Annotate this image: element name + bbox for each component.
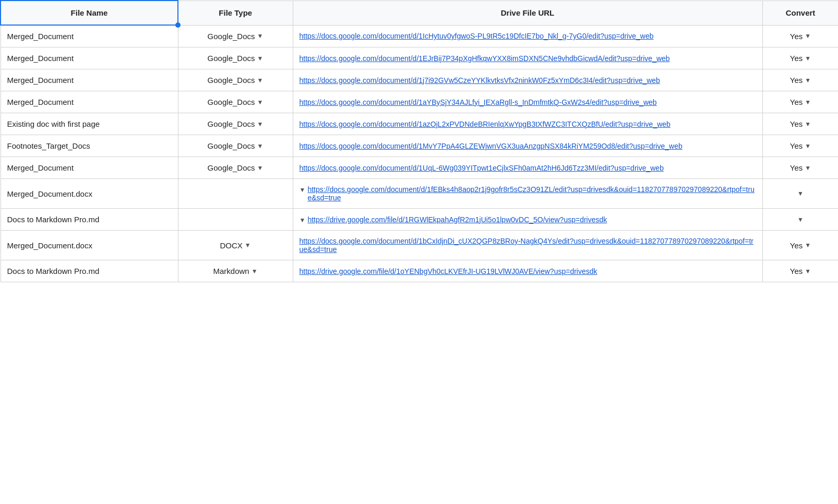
convert-value: Yes <box>790 98 803 106</box>
cell-filetype: Google_Docs▼ <box>178 157 293 179</box>
convert-dropdown-arrow[interactable]: ▼ <box>805 55 811 62</box>
cell-filetype: DOCX▼ <box>178 231 293 260</box>
table-row: Docs to Markdown Pro.md▼https://drive.go… <box>1 209 838 231</box>
table-row: Merged_DocumentGoogle_Docs▼https://docs.… <box>1 157 838 179</box>
convert-dropdown-arrow[interactable]: ▼ <box>805 99 811 106</box>
filetype-dropdown-arrow[interactable]: ▼ <box>257 142 264 150</box>
convert-value: Yes <box>790 163 803 172</box>
cell-url: https://docs.google.com/document/d/1azOj… <box>293 113 762 135</box>
cell-filetype: Google_Docs▼ <box>178 91 293 113</box>
drive-file-url-link[interactable]: https://docs.google.com/document/d/1EJrB… <box>300 54 670 63</box>
url-chevron-icon: ▼ <box>300 186 306 194</box>
convert-value: Yes <box>790 76 803 85</box>
convert-dropdown-arrow[interactable]: ▼ <box>805 32 811 40</box>
table-row: Footnotes_Target_DocsGoogle_Docs▼https:/… <box>1 135 838 157</box>
table-wrapper: File Name File Type Drive File URL Conve… <box>0 0 838 282</box>
convert-dropdown-arrow-empty[interactable]: ▼ <box>797 190 804 197</box>
cell-url: https://docs.google.com/document/d/1UqL-… <box>293 157 762 179</box>
convert-value: Yes <box>790 54 803 63</box>
cell-url: https://docs.google.com/document/d/1MvY7… <box>293 135 762 157</box>
cell-filetype <box>178 179 293 209</box>
cell-convert: Yes▼ <box>762 260 838 282</box>
filetype-dropdown-arrow[interactable]: ▼ <box>252 268 258 275</box>
main-table: File Name File Type Drive File URL Conve… <box>0 0 838 282</box>
filetype-dropdown-arrow[interactable]: ▼ <box>257 99 264 106</box>
filetype-text: Google_Docs <box>208 32 255 41</box>
cell-url: https://docs.google.com/document/d/1EJrB… <box>293 47 762 69</box>
convert-dropdown-arrow[interactable]: ▼ <box>805 242 811 249</box>
cell-filetype: Markdown▼ <box>178 260 293 282</box>
table-row: Merged_Document.docx▼https://docs.google… <box>1 179 838 209</box>
cell-filetype: Google_Docs▼ <box>178 25 293 47</box>
cell-filename: Docs to Markdown Pro.md <box>1 260 178 282</box>
cell-convert: Yes▼ <box>762 231 838 260</box>
cell-url: https://docs.google.com/document/d/1aYBy… <box>293 91 762 113</box>
convert-dropdown-arrow[interactable]: ▼ <box>805 121 811 128</box>
cell-convert: Yes▼ <box>762 113 838 135</box>
cell-filetype: Google_Docs▼ <box>178 113 293 135</box>
cell-filename: Merged_Document <box>1 91 178 113</box>
convert-dropdown-arrow[interactable]: ▼ <box>805 142 811 150</box>
drive-file-url-link[interactable]: https://docs.google.com/document/d/1j7i9… <box>300 76 660 85</box>
convert-dropdown-arrow[interactable]: ▼ <box>805 268 811 275</box>
cell-filename: Merged_Document <box>1 69 178 91</box>
drive-file-url-link[interactable]: https://docs.google.com/document/d/1UqL-… <box>300 164 664 172</box>
header-url: Drive File URL <box>293 1 762 25</box>
cell-filename: Merged_Document <box>1 25 178 47</box>
cell-filename: Existing doc with first page <box>1 113 178 135</box>
filetype-dropdown-arrow[interactable]: ▼ <box>257 55 264 62</box>
cell-filetype: Google_Docs▼ <box>178 69 293 91</box>
convert-value: Yes <box>790 141 803 150</box>
drive-file-url-link[interactable]: https://docs.google.com/document/d/1bCxI… <box>300 237 756 254</box>
cell-filename: Merged_Document.docx <box>1 179 178 209</box>
filetype-text: Google_Docs <box>208 76 255 85</box>
drive-file-url-link[interactable]: https://docs.google.com/document/d/1IcHy… <box>300 32 654 40</box>
cell-convert: Yes▼ <box>762 91 838 113</box>
drive-file-url-link[interactable]: https://docs.google.com/document/d/1azOj… <box>300 120 671 128</box>
cell-filename: Merged_Document <box>1 157 178 179</box>
cell-filename: Merged_Document.docx <box>1 231 178 260</box>
convert-value: Yes <box>790 119 803 128</box>
filetype-text: Google_Docs <box>208 119 255 128</box>
convert-value: Yes <box>790 32 803 41</box>
table-row: Merged_DocumentGoogle_Docs▼https://docs.… <box>1 69 838 91</box>
table-row: Merged_Document.docxDOCX▼https://docs.go… <box>1 231 838 260</box>
cell-filename: Docs to Markdown Pro.md <box>1 209 178 231</box>
convert-dropdown-arrow-empty[interactable]: ▼ <box>797 216 804 223</box>
url-chevron-icon: ▼ <box>300 217 306 224</box>
cell-url: https://drive.google.com/file/d/1oYENbgV… <box>293 260 762 282</box>
filetype-dropdown-arrow[interactable]: ▼ <box>257 121 264 128</box>
table-row: Docs to Markdown Pro.mdMarkdown▼https://… <box>1 260 838 282</box>
header-filetype: File Type <box>178 1 293 25</box>
cell-url: https://docs.google.com/document/d/1bCxI… <box>293 231 762 260</box>
filetype-dropdown-arrow[interactable]: ▼ <box>257 164 264 172</box>
cell-url: https://docs.google.com/document/d/1j7i9… <box>293 69 762 91</box>
convert-dropdown-arrow[interactable]: ▼ <box>805 164 811 172</box>
filetype-text: DOCX <box>220 241 242 250</box>
cell-convert: ▼ <box>762 179 838 209</box>
cell-convert: Yes▼ <box>762 25 838 47</box>
filetype-dropdown-arrow[interactable]: ▼ <box>257 32 264 40</box>
table-header-row: File Name File Type Drive File URL Conve… <box>1 1 838 25</box>
filetype-text: Google_Docs <box>208 98 255 106</box>
drive-file-url-link[interactable]: https://drive.google.com/file/d/1oYENbgV… <box>300 267 597 275</box>
cell-filetype: Google_Docs▼ <box>178 47 293 69</box>
filetype-text: Google_Docs <box>208 54 255 63</box>
filetype-dropdown-arrow[interactable]: ▼ <box>257 77 264 84</box>
cell-convert: Yes▼ <box>762 47 838 69</box>
cell-url: https://docs.google.com/document/d/1IcHy… <box>293 25 762 47</box>
cell-filetype: Google_Docs▼ <box>178 135 293 157</box>
filetype-text: Google_Docs <box>208 163 255 172</box>
drive-file-url-link[interactable]: https://docs.google.com/document/d/1MvY7… <box>300 142 683 150</box>
cell-filename: Merged_Document <box>1 47 178 69</box>
table-row: Merged_DocumentGoogle_Docs▼https://docs.… <box>1 91 838 113</box>
drive-file-url-link[interactable]: https://docs.google.com/document/d/1aYBy… <box>300 98 657 106</box>
cell-filename: Footnotes_Target_Docs <box>1 135 178 157</box>
drive-file-url-link[interactable]: https://docs.google.com/document/d/1fEBk… <box>307 185 756 202</box>
convert-dropdown-arrow[interactable]: ▼ <box>805 77 811 84</box>
table-row: Existing doc with first pageGoogle_Docs▼… <box>1 113 838 135</box>
cell-filetype <box>178 209 293 231</box>
header-filename: File Name <box>1 1 178 25</box>
filetype-dropdown-arrow[interactable]: ▼ <box>245 242 251 249</box>
drive-file-url-link[interactable]: https://drive.google.com/file/d/1RGWlEkp… <box>307 215 607 224</box>
